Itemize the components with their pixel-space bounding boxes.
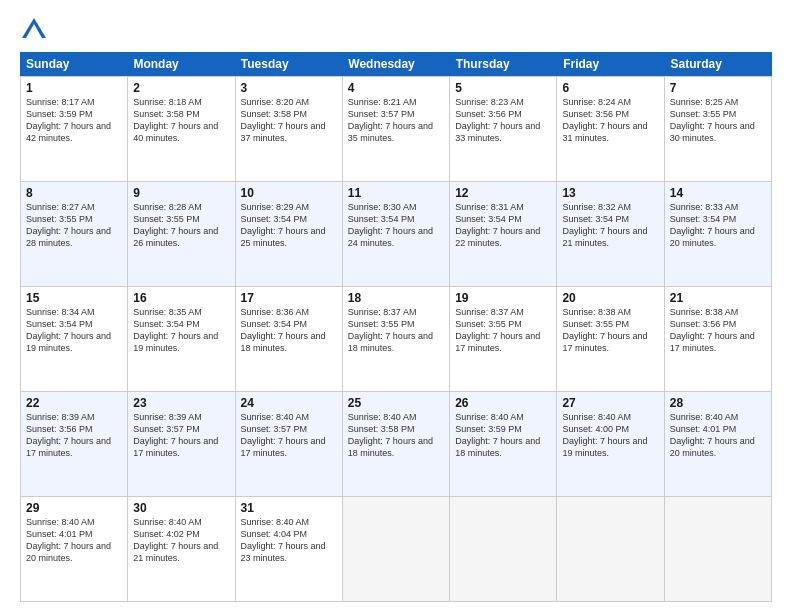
header xyxy=(20,16,772,44)
day-cell-8: 8Sunrise: 8:27 AMSunset: 3:55 PMDaylight… xyxy=(21,182,128,287)
day-number: 31 xyxy=(241,501,337,515)
day-cell-5: 5Sunrise: 8:23 AMSunset: 3:56 PMDaylight… xyxy=(450,77,557,182)
day-cell-30: 30Sunrise: 8:40 AMSunset: 4:02 PMDayligh… xyxy=(128,497,235,602)
day-info: Sunrise: 8:31 AMSunset: 3:54 PMDaylight:… xyxy=(455,201,551,250)
day-number: 15 xyxy=(26,291,122,305)
day-cell-15: 15Sunrise: 8:34 AMSunset: 3:54 PMDayligh… xyxy=(21,287,128,392)
day-info: Sunrise: 8:38 AMSunset: 3:56 PMDaylight:… xyxy=(670,306,766,355)
day-number: 3 xyxy=(241,81,337,95)
day-info: Sunrise: 8:30 AMSunset: 3:54 PMDaylight:… xyxy=(348,201,444,250)
day-info: Sunrise: 8:29 AMSunset: 3:54 PMDaylight:… xyxy=(241,201,337,250)
day-info: Sunrise: 8:40 AMSunset: 4:01 PMDaylight:… xyxy=(26,516,122,565)
day-number: 23 xyxy=(133,396,229,410)
day-number: 7 xyxy=(670,81,766,95)
day-cell-13: 13Sunrise: 8:32 AMSunset: 3:54 PMDayligh… xyxy=(557,182,664,287)
day-info: Sunrise: 8:32 AMSunset: 3:54 PMDaylight:… xyxy=(562,201,658,250)
calendar-body: 1Sunrise: 8:17 AMSunset: 3:59 PMDaylight… xyxy=(20,76,772,602)
day-info: Sunrise: 8:33 AMSunset: 3:54 PMDaylight:… xyxy=(670,201,766,250)
day-cell-6: 6Sunrise: 8:24 AMSunset: 3:56 PMDaylight… xyxy=(557,77,664,182)
day-info: Sunrise: 8:40 AMSunset: 4:00 PMDaylight:… xyxy=(562,411,658,460)
day-info: Sunrise: 8:37 AMSunset: 3:55 PMDaylight:… xyxy=(455,306,551,355)
day-number: 13 xyxy=(562,186,658,200)
day-number: 4 xyxy=(348,81,444,95)
day-info: Sunrise: 8:40 AMSunset: 4:01 PMDaylight:… xyxy=(670,411,766,460)
day-number: 24 xyxy=(241,396,337,410)
day-number: 9 xyxy=(133,186,229,200)
day-info: Sunrise: 8:40 AMSunset: 4:04 PMDaylight:… xyxy=(241,516,337,565)
day-cell-12: 12Sunrise: 8:31 AMSunset: 3:54 PMDayligh… xyxy=(450,182,557,287)
day-cell-20: 20Sunrise: 8:38 AMSunset: 3:55 PMDayligh… xyxy=(557,287,664,392)
day-number: 25 xyxy=(348,396,444,410)
day-cell-11: 11Sunrise: 8:30 AMSunset: 3:54 PMDayligh… xyxy=(343,182,450,287)
day-number: 16 xyxy=(133,291,229,305)
header-day-saturday: Saturday xyxy=(665,52,772,76)
week-row-1: 1Sunrise: 8:17 AMSunset: 3:59 PMDaylight… xyxy=(21,77,772,182)
header-day-wednesday: Wednesday xyxy=(342,52,449,76)
day-cell-3: 3Sunrise: 8:20 AMSunset: 3:58 PMDaylight… xyxy=(236,77,343,182)
week-row-5: 29Sunrise: 8:40 AMSunset: 4:01 PMDayligh… xyxy=(21,497,772,602)
day-number: 10 xyxy=(241,186,337,200)
day-info: Sunrise: 8:25 AMSunset: 3:55 PMDaylight:… xyxy=(670,96,766,145)
day-cell-17: 17Sunrise: 8:36 AMSunset: 3:54 PMDayligh… xyxy=(236,287,343,392)
header-day-friday: Friday xyxy=(557,52,664,76)
calendar-header: SundayMondayTuesdayWednesdayThursdayFrid… xyxy=(20,52,772,76)
day-info: Sunrise: 8:18 AMSunset: 3:58 PMDaylight:… xyxy=(133,96,229,145)
day-number: 1 xyxy=(26,81,122,95)
day-number: 6 xyxy=(562,81,658,95)
day-cell-9: 9Sunrise: 8:28 AMSunset: 3:55 PMDaylight… xyxy=(128,182,235,287)
day-number: 21 xyxy=(670,291,766,305)
day-cell-26: 26Sunrise: 8:40 AMSunset: 3:59 PMDayligh… xyxy=(450,392,557,497)
header-day-sunday: Sunday xyxy=(20,52,127,76)
day-cell-23: 23Sunrise: 8:39 AMSunset: 3:57 PMDayligh… xyxy=(128,392,235,497)
logo xyxy=(20,16,52,44)
day-number: 30 xyxy=(133,501,229,515)
day-info: Sunrise: 8:17 AMSunset: 3:59 PMDaylight:… xyxy=(26,96,122,145)
day-cell-19: 19Sunrise: 8:37 AMSunset: 3:55 PMDayligh… xyxy=(450,287,557,392)
day-info: Sunrise: 8:35 AMSunset: 3:54 PMDaylight:… xyxy=(133,306,229,355)
day-number: 5 xyxy=(455,81,551,95)
day-number: 14 xyxy=(670,186,766,200)
empty-cell xyxy=(343,497,450,602)
day-cell-4: 4Sunrise: 8:21 AMSunset: 3:57 PMDaylight… xyxy=(343,77,450,182)
day-cell-7: 7Sunrise: 8:25 AMSunset: 3:55 PMDaylight… xyxy=(665,77,772,182)
header-day-monday: Monday xyxy=(127,52,234,76)
day-info: Sunrise: 8:23 AMSunset: 3:56 PMDaylight:… xyxy=(455,96,551,145)
day-cell-21: 21Sunrise: 8:38 AMSunset: 3:56 PMDayligh… xyxy=(665,287,772,392)
day-number: 12 xyxy=(455,186,551,200)
empty-cell xyxy=(450,497,557,602)
day-info: Sunrise: 8:36 AMSunset: 3:54 PMDaylight:… xyxy=(241,306,337,355)
day-info: Sunrise: 8:40 AMSunset: 4:02 PMDaylight:… xyxy=(133,516,229,565)
day-info: Sunrise: 8:40 AMSunset: 3:57 PMDaylight:… xyxy=(241,411,337,460)
day-cell-27: 27Sunrise: 8:40 AMSunset: 4:00 PMDayligh… xyxy=(557,392,664,497)
day-number: 18 xyxy=(348,291,444,305)
day-cell-2: 2Sunrise: 8:18 AMSunset: 3:58 PMDaylight… xyxy=(128,77,235,182)
day-info: Sunrise: 8:40 AMSunset: 3:59 PMDaylight:… xyxy=(455,411,551,460)
page: SundayMondayTuesdayWednesdayThursdayFrid… xyxy=(0,0,792,612)
week-row-2: 8Sunrise: 8:27 AMSunset: 3:55 PMDaylight… xyxy=(21,182,772,287)
day-number: 22 xyxy=(26,396,122,410)
day-info: Sunrise: 8:37 AMSunset: 3:55 PMDaylight:… xyxy=(348,306,444,355)
day-cell-24: 24Sunrise: 8:40 AMSunset: 3:57 PMDayligh… xyxy=(236,392,343,497)
day-number: 26 xyxy=(455,396,551,410)
day-number: 27 xyxy=(562,396,658,410)
day-number: 8 xyxy=(26,186,122,200)
day-info: Sunrise: 8:39 AMSunset: 3:56 PMDaylight:… xyxy=(26,411,122,460)
day-cell-31: 31Sunrise: 8:40 AMSunset: 4:04 PMDayligh… xyxy=(236,497,343,602)
day-info: Sunrise: 8:34 AMSunset: 3:54 PMDaylight:… xyxy=(26,306,122,355)
day-cell-10: 10Sunrise: 8:29 AMSunset: 3:54 PMDayligh… xyxy=(236,182,343,287)
day-info: Sunrise: 8:27 AMSunset: 3:55 PMDaylight:… xyxy=(26,201,122,250)
day-cell-29: 29Sunrise: 8:40 AMSunset: 4:01 PMDayligh… xyxy=(21,497,128,602)
day-cell-28: 28Sunrise: 8:40 AMSunset: 4:01 PMDayligh… xyxy=(665,392,772,497)
day-info: Sunrise: 8:39 AMSunset: 3:57 PMDaylight:… xyxy=(133,411,229,460)
day-number: 2 xyxy=(133,81,229,95)
day-number: 17 xyxy=(241,291,337,305)
empty-cell xyxy=(557,497,664,602)
day-number: 11 xyxy=(348,186,444,200)
day-number: 28 xyxy=(670,396,766,410)
day-info: Sunrise: 8:24 AMSunset: 3:56 PMDaylight:… xyxy=(562,96,658,145)
header-day-tuesday: Tuesday xyxy=(235,52,342,76)
day-info: Sunrise: 8:38 AMSunset: 3:55 PMDaylight:… xyxy=(562,306,658,355)
logo-icon xyxy=(20,16,48,44)
calendar: SundayMondayTuesdayWednesdayThursdayFrid… xyxy=(20,52,772,602)
day-info: Sunrise: 8:28 AMSunset: 3:55 PMDaylight:… xyxy=(133,201,229,250)
